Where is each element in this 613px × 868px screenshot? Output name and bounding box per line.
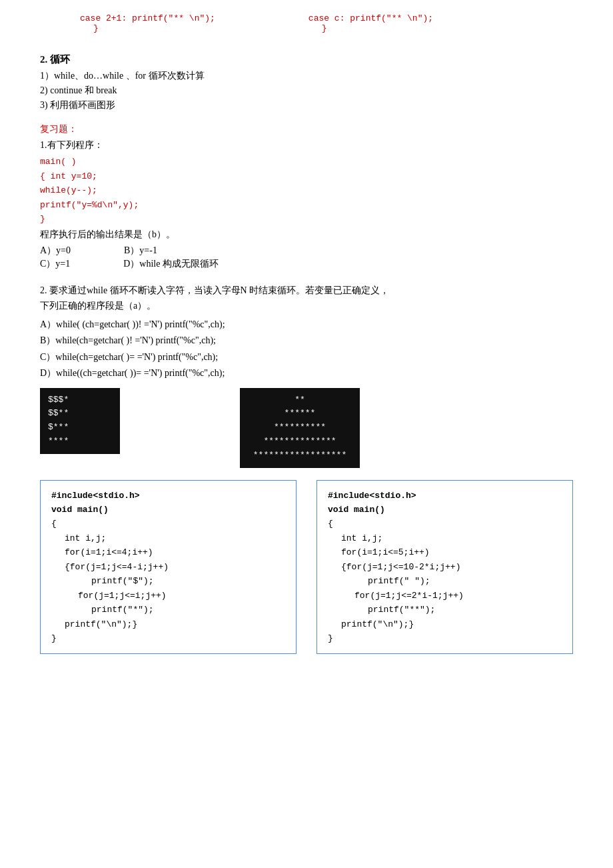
- q2-optB: B）while(ch=getchar( )! ='N') printf("%c"…: [40, 333, 573, 348]
- q1-options-row2: C）y=1 D）while 构成无限循环: [40, 258, 573, 271]
- cp-right-line8: for(j=1;j<=2*i-1;j++): [328, 589, 562, 603]
- q1-code-line5: }: [40, 213, 573, 226]
- q1-code-line3: while(y--);: [40, 184, 573, 197]
- cp-left-kw2: void main(): [51, 505, 109, 515]
- page-content: case 2+1: printf("** \n"); } case c: pri…: [40, 13, 573, 654]
- q2-block: 2. 要求通过while 循环不断读入字符，当读入字母N 时结束循环。若变量已正…: [40, 283, 573, 381]
- cp-left-line7: printf("$");: [51, 574, 285, 588]
- review-block: 复习题： 1.有下列程序： main( ) { int y=10; while(…: [40, 123, 573, 271]
- star-pattern-left: $$$* $$** $*** ****: [40, 388, 120, 454]
- q1-question: 程序执行后的输出结果是（b）。: [40, 227, 573, 242]
- q1-code-line2: { int y=10;: [40, 170, 573, 183]
- q2-optD: D）while((ch=getchar( ))= ='N') printf("%…: [40, 366, 573, 381]
- star-left-line3: $***: [48, 421, 112, 435]
- star-right-line1: **: [251, 393, 349, 407]
- section2-item2: 2) continue 和 break: [40, 85, 573, 97]
- star-right-line5: ******************: [251, 449, 349, 463]
- cp-right-line11: }: [328, 631, 562, 645]
- q2-optA: A）while( (ch=getchar( ))! ='N') printf("…: [40, 317, 573, 332]
- q1-optA: A）y=0: [40, 245, 71, 257]
- star-pattern-right: ** ****** ********** ************** ****…: [240, 388, 360, 468]
- cp-right-line2: void main(): [328, 503, 562, 517]
- top-code-left: case 2+1: printf("** \n"); }: [80, 13, 215, 33]
- cp-left-line2: void main(): [51, 503, 285, 517]
- section2-title: 2. 循环: [40, 53, 573, 66]
- q1-code-line1: main( ): [40, 155, 573, 169]
- cp-right-line7: printf(" ");: [328, 574, 562, 588]
- q1-optB: B）y=-1: [124, 245, 157, 257]
- q1-code-line4: printf("y=%d\n",y);: [40, 199, 573, 212]
- cp-left-kw1: #include<stdio.h>: [51, 491, 140, 501]
- star-left-line1: $$$*: [48, 393, 112, 407]
- cp-right-line5: for(i=1;i<=5;i++): [328, 545, 562, 559]
- cp-left-line11: }: [51, 631, 285, 645]
- star-right-line4: **************: [251, 435, 349, 449]
- cp-right-line6: {for(j=1;j<=10-2*i;j++): [328, 560, 562, 574]
- top-code-left-line1: case 2+1: printf("** \n");: [80, 13, 215, 23]
- star-left-line2: $$**: [48, 407, 112, 421]
- cp-right-line9: printf("**");: [328, 603, 562, 617]
- q1-options-row: A）y=0 B）y=-1: [40, 245, 573, 258]
- section2-block: 2. 循环 1）while、do…while 、for 循环次数计算 2) co…: [40, 53, 573, 111]
- cp-left-line3: {: [51, 517, 285, 531]
- star-right-line2: ******: [251, 407, 349, 421]
- top-code-right-brace: }: [308, 23, 433, 33]
- cp-left-line9: printf("*");: [51, 603, 285, 617]
- code-panel-left: #include<stdio.h> void main() { int i,j;…: [40, 480, 297, 655]
- top-code-left-brace: }: [80, 23, 215, 33]
- cp-left-line5: for(i=1;i<=4;i++): [51, 545, 285, 559]
- visuals-row: $$$* $$** $*** **** ** ****** **********…: [40, 388, 573, 468]
- q1-optC: C）y=1: [40, 258, 70, 270]
- cp-left-line4: int i,j;: [51, 531, 285, 545]
- cp-right-line4: int i,j;: [328, 531, 562, 545]
- cp-right-line1: #include<stdio.h>: [328, 489, 562, 503]
- q1-label: 1.有下列程序：: [40, 138, 573, 153]
- q2-text-content: 2. 要求通过while 循环不断读入字符，当读入字母N 时结束循环。若变量已正…: [40, 285, 389, 310]
- cp-right-line3: {: [328, 517, 562, 531]
- cp-right-kw1: #include<stdio.h>: [328, 491, 416, 501]
- star-left-line4: ****: [48, 435, 112, 449]
- section2-item3: 3) 利用循环画图形: [40, 99, 573, 111]
- cp-left-line8: for(j=1;j<=i;j++): [51, 589, 285, 603]
- top-code-section: case 2+1: printf("** \n"); } case c: pri…: [40, 13, 573, 33]
- cp-left-line10: printf("\n");}: [51, 617, 285, 631]
- star-right-line3: **********: [251, 421, 349, 435]
- cp-right-line10: printf("\n");}: [328, 617, 562, 631]
- code-panels: #include<stdio.h> void main() { int i,j;…: [40, 480, 573, 655]
- cp-right-kw2: void main(): [328, 505, 385, 515]
- q2-optC: C）while(ch=getchar( )= ='N') printf("%c"…: [40, 350, 573, 365]
- section2-item1: 1）while、do…while 、for 循环次数计算: [40, 70, 573, 82]
- top-code-right-line1: case c: printf("** \n");: [308, 13, 433, 23]
- q2-text: 2. 要求通过while 循环不断读入字符，当读入字母N 时结束循环。若变量已正…: [40, 283, 573, 313]
- code-panel-right: #include<stdio.h> void main() { int i,j;…: [316, 480, 573, 655]
- cp-left-line6: {for(j=1;j<=4-i;j++): [51, 560, 285, 574]
- q1-optD: D）while 构成无限循环: [123, 258, 219, 270]
- cp-left-line1: #include<stdio.h>: [51, 489, 285, 503]
- review-title: 复习题：: [40, 123, 573, 135]
- top-code-right: case c: printf("** \n"); }: [308, 13, 433, 33]
